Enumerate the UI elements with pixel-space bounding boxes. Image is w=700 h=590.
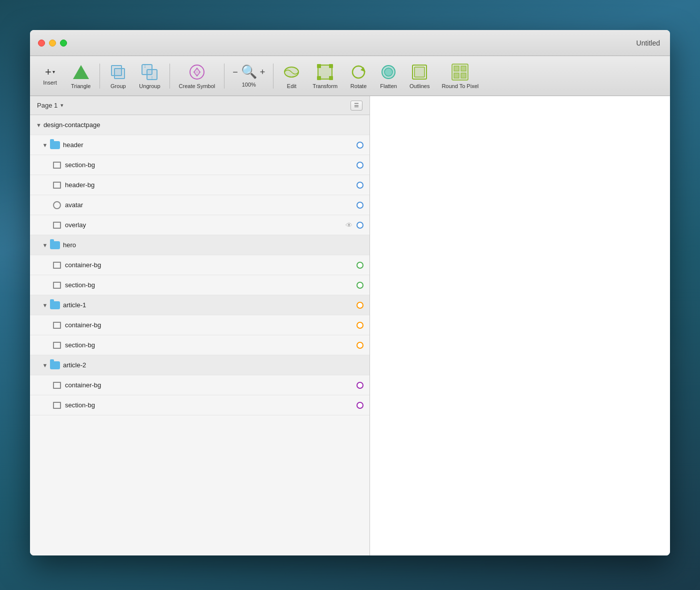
maximize-button[interactable] xyxy=(60,40,67,47)
layer-dot xyxy=(356,342,364,349)
zoom-value[interactable]: 100% xyxy=(242,82,256,88)
layer-dot xyxy=(356,142,364,149)
svg-rect-8 xyxy=(317,64,321,68)
page-list-button[interactable]: ☰ xyxy=(350,101,362,111)
layer-name: hero xyxy=(63,241,364,249)
layer-dot xyxy=(356,302,364,309)
layer-name: design-contactpage xyxy=(44,121,364,129)
rotate-button[interactable]: Rotate xyxy=(344,60,372,92)
rect-icon xyxy=(53,322,61,329)
create-symbol-label: Create Symbol xyxy=(179,83,216,89)
group-icon xyxy=(110,64,126,80)
close-button[interactable] xyxy=(38,40,45,47)
layer-group-header[interactable]: ▼ design-contactpage xyxy=(30,115,370,135)
svg-rect-9 xyxy=(329,64,333,68)
ungroup-button[interactable]: Ungroup xyxy=(134,60,165,92)
zoom-in-button[interactable]: + xyxy=(260,68,266,77)
layer-name: container-bg xyxy=(65,261,356,269)
svg-rect-21 xyxy=(461,73,466,78)
layer-dot xyxy=(356,402,364,409)
list-item[interactable]: container-bg xyxy=(30,315,370,335)
edit-icon xyxy=(282,63,300,81)
layer-name: header-bg xyxy=(65,181,356,189)
layer-dot xyxy=(356,382,364,389)
list-item[interactable]: section-bg xyxy=(30,335,370,355)
list-item[interactable]: ▼ article-1 xyxy=(30,295,370,315)
round-to-pixel-button[interactable]: Round To Pixel xyxy=(436,60,484,92)
rect-icon xyxy=(53,342,61,349)
list-item[interactable]: ▼ article-2 xyxy=(30,355,370,375)
visibility-eye-icon[interactable]: 👁 xyxy=(346,221,352,229)
zoom-control: − 🔍 + 100% xyxy=(228,61,269,91)
edit-button[interactable]: Edit xyxy=(278,60,306,92)
rect-icon xyxy=(53,162,61,169)
layer-dot xyxy=(356,202,364,209)
transform-label: Transform xyxy=(312,83,338,89)
layer-dot xyxy=(356,162,364,169)
layer-name: article-2 xyxy=(63,361,364,369)
layer-name: section-bg xyxy=(65,281,356,289)
zoom-icon: 🔍 xyxy=(241,64,257,80)
rect-icon xyxy=(53,282,61,289)
page-chevron-icon: ▾ xyxy=(60,102,64,109)
create-symbol-button[interactable]: Create Symbol xyxy=(174,60,220,92)
list-item[interactable]: overlay 👁 xyxy=(30,215,370,235)
flatten-label: Flatten xyxy=(380,83,397,89)
svg-point-14 xyxy=(384,68,392,76)
list-item[interactable]: ▼ hero xyxy=(30,235,370,255)
outlines-label: Outlines xyxy=(410,83,430,89)
insert-button[interactable]: + ▾ Insert xyxy=(36,64,64,89)
folder-chevron-icon: ▼ xyxy=(40,300,50,310)
traffic-lights xyxy=(38,40,67,47)
layer-name: section-bg xyxy=(65,161,356,169)
folder-icon xyxy=(50,301,60,309)
main-content: Page 1 ▾ ☰ ▼ design-contactpage ▼ header xyxy=(30,96,670,555)
list-item[interactable]: section-bg xyxy=(30,155,370,175)
rect-icon xyxy=(53,382,61,389)
group-label: Group xyxy=(110,83,126,89)
list-item[interactable]: header-bg xyxy=(30,175,370,195)
zoom-out-button[interactable]: − xyxy=(232,68,238,77)
group-button[interactable]: Group xyxy=(104,60,132,92)
svg-rect-1 xyxy=(147,70,157,80)
layer-dot xyxy=(356,282,364,289)
list-item[interactable]: container-bg xyxy=(30,255,370,275)
toolbar-divider-1 xyxy=(100,64,100,89)
round-to-pixel-icon xyxy=(451,63,469,81)
page-label: Page 1 xyxy=(37,102,58,109)
folder-chevron-icon: ▼ xyxy=(40,140,50,150)
app-window: Untitled + ▾ Insert Triangle xyxy=(30,30,670,555)
title-bar: Untitled xyxy=(30,30,670,56)
canvas-area[interactable] xyxy=(370,96,670,555)
triangle-icon xyxy=(73,65,89,79)
list-item[interactable]: avatar xyxy=(30,195,370,215)
layer-name: overlay xyxy=(65,221,346,229)
transform-button[interactable]: Transform xyxy=(308,60,342,92)
outlines-button[interactable]: Outlines xyxy=(404,60,434,92)
layer-name: section-bg xyxy=(65,401,356,409)
layer-name: article-1 xyxy=(63,301,356,309)
create-symbol-icon xyxy=(188,63,206,81)
svg-rect-10 xyxy=(317,76,321,80)
list-item[interactable]: section-bg xyxy=(30,395,370,415)
toolbar-divider-3 xyxy=(224,64,224,89)
list-item[interactable]: section-bg xyxy=(30,275,370,295)
collapse-icon: ▼ xyxy=(36,122,42,128)
minimize-button[interactable] xyxy=(49,40,56,47)
triangle-button[interactable]: Triangle xyxy=(66,60,96,92)
svg-rect-20 xyxy=(454,73,459,78)
flatten-button[interactable]: Flatten xyxy=(374,60,402,92)
list-item[interactable]: container-bg xyxy=(30,375,370,395)
folder-chevron-icon: ▼ xyxy=(40,360,50,370)
page-selector[interactable]: Page 1 ▾ ☰ xyxy=(30,96,370,115)
left-panel: Page 1 ▾ ☰ ▼ design-contactpage ▼ header xyxy=(30,96,370,555)
layer-name: container-bg xyxy=(65,381,356,389)
rect-icon xyxy=(53,222,61,229)
list-item[interactable]: ▼ header xyxy=(30,135,370,155)
transform-icon xyxy=(316,63,334,81)
layer-name: section-bg xyxy=(65,341,356,349)
round-to-pixel-label: Round To Pixel xyxy=(442,83,478,89)
svg-rect-19 xyxy=(461,66,466,71)
rect-icon xyxy=(53,262,61,269)
layer-name: container-bg xyxy=(65,321,356,329)
